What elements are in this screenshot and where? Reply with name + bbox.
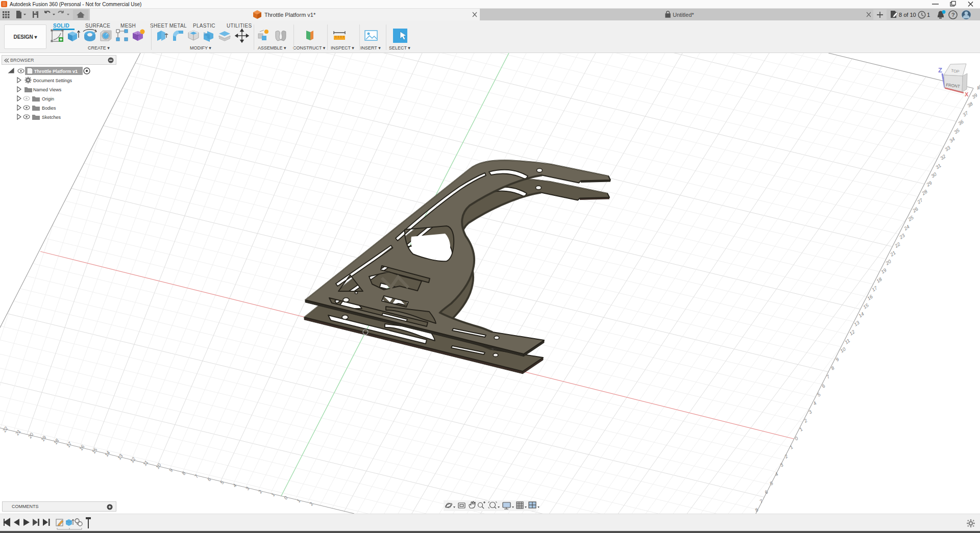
svg-text:Untitled*: Untitled* bbox=[673, 12, 694, 18]
svg-text:X: X bbox=[965, 91, 969, 97]
svg-text:Named Views: Named Views bbox=[33, 87, 62, 92]
svg-text:1: 1 bbox=[927, 12, 930, 18]
svg-text:8 of 10: 8 of 10 bbox=[899, 12, 916, 18]
svg-text:Document Settings: Document Settings bbox=[33, 78, 72, 83]
svg-text:Sketches: Sketches bbox=[42, 115, 61, 120]
svg-text:Origin: Origin bbox=[42, 96, 54, 101]
svg-text:?: ? bbox=[951, 12, 955, 18]
svg-text:Throttle Platform v1: Throttle Platform v1 bbox=[34, 69, 78, 74]
svg-text:Throttle Platform v1*: Throttle Platform v1* bbox=[264, 12, 316, 18]
svg-text:Bodies: Bodies bbox=[42, 106, 56, 111]
svg-text:Z: Z bbox=[938, 66, 942, 74]
